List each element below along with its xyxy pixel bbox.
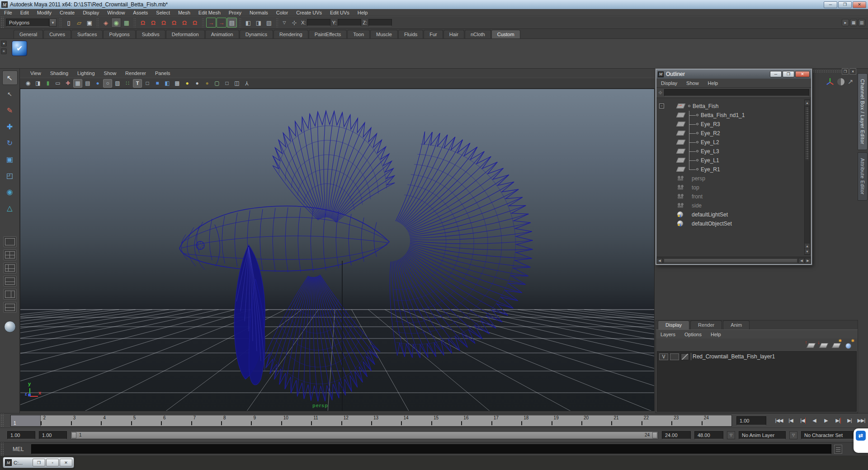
camera-manipulator-icon[interactable] [63,79,72,88]
shelf-tab[interactable]: Dynamics [240,30,273,38]
shelf-tab[interactable]: Toon [347,30,370,38]
menu-item[interactable]: Normals [245,10,272,15]
toolbar-grip[interactable] [0,442,4,456]
shaded-icon[interactable] [93,79,102,88]
scroll-up-icon[interactable]: ▲ [805,100,810,105]
viewport-3d-view[interactable]: y x z persp [20,89,655,411]
shelf-tab[interactable]: Rendering [274,30,308,38]
shelf-tab[interactable]: Fluids [398,30,423,38]
checker-sphere-icon[interactable] [173,79,182,88]
panel-menu-item[interactable]: Renderer [121,70,150,76]
outliner-menu-item[interactable]: Show [682,80,703,86]
layer-editor-menu-item[interactable]: Layers [656,332,680,337]
frame-cell[interactable]: 24 [702,415,731,426]
outliner-tree-row[interactable]: − defaultLightSet [656,210,811,219]
sidebar-vertical-tab[interactable]: Channel Box / Layer Editor [858,73,868,150]
play-forwards-button[interactable]: ▶ [821,416,831,426]
outliner-tree-row[interactable]: − persp [656,174,811,183]
plugin-cube2-icon[interactable] [232,79,241,88]
bookmarks-icon[interactable] [43,79,52,88]
snap-curve-icon[interactable] [148,18,158,28]
menu-item[interactable]: Mesh [174,10,194,15]
menu-item[interactable]: Proxy [225,10,245,15]
restore-button[interactable]: ❐ [33,459,45,466]
outliner-search-input[interactable] [664,89,809,96]
outliner-tree-row[interactable]: − Eye_L2 [656,138,811,147]
step-back-key-button[interactable]: |◀ [785,416,796,426]
new-scene-icon[interactable] [64,18,74,28]
remote-access-dock[interactable]: ⇄ [854,428,868,453]
snap-grid-icon[interactable] [138,18,148,28]
range-slider[interactable]: 1 24 [71,431,658,439]
select-camera-icon[interactable] [24,79,33,88]
move-tool-icon[interactable] [2,119,18,134]
layer-editor-tab[interactable]: Render [690,320,722,329]
layout-two-pane-side-button[interactable] [3,289,17,300]
flat-shade-icon[interactable] [103,79,112,88]
show-hide-ui-icon[interactable]: ▸ [842,19,849,26]
menu-item[interactable]: Window [103,10,129,15]
snap-view-plane-icon[interactable] [179,18,189,28]
shelf-tab[interactable]: Deformation [166,30,205,38]
menu-item[interactable]: Create [56,10,79,15]
layer-name[interactable]: Red_Crowntail_Betta_Fish_layer1 [691,353,775,360]
outliner-tree-row[interactable]: − Eye_R1 [656,165,811,174]
maximize-button[interactable]: ▫ [46,459,59,466]
plugin-cube-icon[interactable] [222,79,231,88]
frame-cell[interactable]: 17 [491,415,521,426]
panel-menu-item[interactable]: Lighting [73,70,99,76]
universal-manipulator-tool-icon[interactable] [2,168,18,183]
frame-cell[interactable]: 21 [611,415,641,426]
remote-access-icon[interactable]: ⇄ [856,431,866,441]
step-forward-frame-button[interactable]: ▶| [832,416,843,426]
wireframe-icon[interactable] [73,79,82,88]
textured-icon[interactable] [133,79,142,88]
restore-button[interactable]: ❐ [783,71,794,77]
shelf-tab[interactable]: Surfaces [71,30,103,38]
outliner-tree-row[interactable]: − top [656,183,811,192]
scrollbar-thumb[interactable] [805,106,809,160]
layout-pane-left-split-button[interactable] [3,263,17,273]
range-start-handle[interactable] [71,432,76,438]
layer-color-swatch[interactable] [681,353,689,360]
rotate-tool-icon[interactable] [2,136,18,150]
playback-end-field[interactable]: 24.00 [662,431,691,439]
show-hide-attributes-icon[interactable]: ▥ [858,19,865,26]
go-to-start-button[interactable]: |◀◀ [774,416,784,426]
scroll-left-icon[interactable]: ◀ [798,258,805,263]
outliner-tree-row[interactable]: − Betta_Fish_nd1_1 [656,111,811,120]
outliner-tree-row[interactable]: − defaultObjectSet [656,219,811,228]
select-component-icon[interactable] [122,18,132,28]
render-view-sphere-icon[interactable] [4,321,16,333]
shelf-tab[interactable]: Custom [491,30,520,38]
coordinate-field[interactable] [338,19,361,26]
select-tool-icon[interactable] [2,70,18,85]
frame-cell[interactable]: 19 [552,415,581,426]
menu-item[interactable]: Edit [16,10,33,15]
panel-menu-item[interactable]: Show [100,70,121,76]
save-scene-icon[interactable] [85,18,94,28]
image-plane-icon[interactable] [53,79,62,88]
layer-editor-menu-item[interactable]: Help [706,332,726,337]
select-hierarchy-icon[interactable] [101,18,111,28]
lighting-default-icon[interactable] [193,79,202,88]
textured-cube-icon[interactable] [163,79,172,88]
output-connections-icon[interactable] [217,18,226,28]
menu-item[interactable]: Help [354,10,372,15]
vertex-dots-icon[interactable] [123,79,132,88]
minimize-button[interactable]: ─ [770,71,782,77]
toolbar-grip[interactable] [0,17,4,28]
minimize-button[interactable]: ─ [824,1,837,8]
isolate-select-icon[interactable] [212,79,222,88]
betta-fish-wireframe[interactable] [20,89,655,411]
horizontal-scrollbar[interactable]: ◀ ◀ ▶ [656,257,811,264]
absolute-relative-toggle-icon[interactable]: ⊹ [289,18,299,28]
character-set-field[interactable]: No Character Set [801,431,854,439]
shelf-tab[interactable]: Animation [205,30,239,38]
panel-menu-item[interactable]: Shading [46,70,72,76]
chevron-down-icon[interactable]: ▼ [49,19,57,27]
menu-item[interactable]: Color [272,10,292,15]
outliner-title-bar[interactable]: M Outliner ─ ❐ ✕ [656,70,811,79]
show-hide-channelbox-icon[interactable]: ▦ [850,19,857,26]
input-connections-icon[interactable] [206,18,216,28]
